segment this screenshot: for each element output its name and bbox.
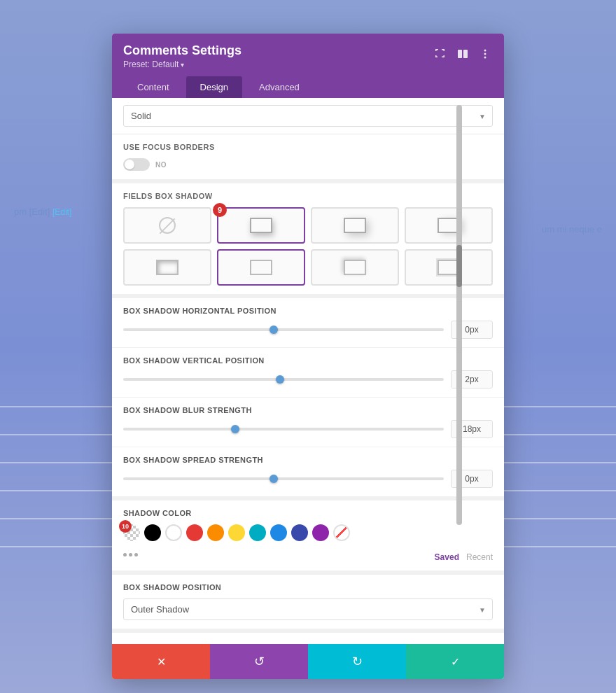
color-swatch-white[interactable]	[165, 524, 182, 541]
blur-strength-thumb[interactable]	[231, 425, 239, 433]
focus-borders-toggle[interactable]	[123, 158, 150, 171]
scrollbar-track	[456, 105, 462, 525]
modal-footer: ✕ ↺ ↻ ✓	[112, 644, 504, 679]
blur-strength-track[interactable]	[123, 428, 444, 430]
vertical-position-track[interactable]	[123, 378, 444, 381]
fields-box-shadow-label: Fields Box Shadow	[123, 192, 493, 200]
border-style-row: Solid None Dashed Dotted	[112, 98, 504, 134]
tab-advanced[interactable]: Advanced	[245, 76, 314, 98]
shadow-badge-9: 9	[213, 203, 227, 217]
redo-button[interactable]: ↻	[308, 644, 406, 679]
focus-borders-toggle-row: NO	[123, 158, 493, 171]
color-tabs: Saved Recent	[435, 552, 493, 562]
shadow-preview-4	[156, 260, 178, 275]
save-button[interactable]: ✓	[406, 644, 504, 679]
split-view-icon[interactable]	[455, 46, 470, 62]
shadow-none-icon	[159, 217, 176, 234]
shadow-option-3[interactable]	[405, 207, 493, 244]
blur-strength-slider-row: 18px	[123, 420, 493, 438]
shadow-preview-1	[250, 218, 272, 233]
modal-overlay: Comments Settings Preset: Default ▾	[0, 0, 616, 693]
vertical-position-slider-row: 2px	[123, 370, 493, 388]
spread-strength-thumb[interactable]	[270, 475, 278, 483]
svg-point-4	[484, 57, 486, 59]
preset-dropdown-arrow: ▾	[181, 61, 184, 69]
color-swatch-yellow[interactable]	[228, 524, 245, 541]
blur-strength-label: Box Shadow Blur Strength	[123, 406, 493, 414]
modal-preset[interactable]: Preset: Default ▾	[123, 59, 241, 69]
modal-title-group: Comments Settings Preset: Default ▾	[123, 43, 241, 69]
modal-tabs: Content Design Advanced	[112, 76, 504, 98]
horizontal-position-thumb[interactable]	[270, 326, 278, 334]
box-shadow-position-wrapper: Outer Shadow Inner Shadow	[123, 598, 493, 620]
spread-strength-label: Box Shadow Spread Strength	[123, 456, 493, 464]
focus-borders-section: Use Focus Borders NO	[112, 134, 504, 183]
color-swatch-black[interactable]	[144, 524, 161, 541]
box-shadow-position-section: Box Shadow Position Outer Shadow Inner S…	[112, 575, 504, 633]
toggle-knob	[125, 160, 134, 169]
color-swatch-navy[interactable]	[291, 524, 308, 541]
shadow-option-2[interactable]	[311, 207, 399, 244]
modal-body: Solid None Dashed Dotted Use Focus Borde…	[112, 98, 504, 644]
horizontal-position-label: Box Shadow Horizontal Position	[123, 307, 493, 315]
horizontal-position-slider-row: 0px	[123, 321, 493, 339]
blur-strength-section: Box Shadow Blur Strength 18px	[112, 398, 504, 447]
modal-title: Comments Settings	[123, 43, 241, 58]
fields-box-shadow-section: Fields Box Shadow 9	[112, 183, 504, 298]
shadow-option-1[interactable]: 9	[217, 207, 305, 244]
box-shadow-position-select[interactable]: Outer Shadow Inner Shadow	[123, 598, 493, 620]
vertical-position-section: Box Shadow Vertical Position 2px	[112, 348, 504, 398]
color-badge-10: 10	[119, 520, 132, 533]
cancel-button[interactable]: ✕	[112, 644, 210, 679]
more-options-icon[interactable]	[477, 46, 493, 62]
color-swatch-purple[interactable]	[312, 524, 329, 541]
shadow-option-none[interactable]	[123, 207, 211, 244]
svg-point-3	[484, 53, 486, 55]
spread-strength-slider-row: 0px	[123, 470, 493, 488]
shadow-option-6[interactable]	[311, 249, 399, 286]
modal-header: Comments Settings Preset: Default ▾	[112, 34, 504, 76]
color-tab-saved[interactable]: Saved	[435, 552, 459, 562]
color-swatch-orange[interactable]	[207, 524, 224, 541]
border-style-select[interactable]: Solid None Dashed Dotted	[123, 105, 493, 127]
vertical-position-label: Box Shadow Vertical Position	[123, 356, 493, 365]
spread-strength-section: Box Shadow Spread Strength 0px	[112, 447, 504, 500]
color-palette: 10	[123, 524, 493, 541]
shadow-option-7[interactable]	[405, 249, 493, 286]
color-tab-recent[interactable]: Recent	[466, 552, 493, 562]
fullscreen-icon[interactable]	[433, 46, 448, 62]
shadow-option-5[interactable]	[217, 249, 305, 286]
comments-settings-modal: Comments Settings Preset: Default ▾	[112, 34, 504, 679]
horizontal-position-track[interactable]	[123, 328, 444, 331]
dot-1	[123, 553, 127, 556]
shadow-color-label: Shadow Color	[123, 509, 493, 517]
horizontal-position-section: Box Shadow Horizontal Position 0px	[112, 298, 504, 348]
svg-rect-0	[458, 50, 462, 58]
color-more-dots[interactable]	[123, 553, 138, 556]
color-swatch-teal[interactable]	[249, 524, 266, 541]
shadow-color-section: Shadow Color 10	[112, 500, 504, 575]
svg-point-2	[484, 50, 486, 52]
spread-strength-track[interactable]	[123, 477, 444, 480]
modal-header-actions	[433, 46, 493, 62]
color-swatch-eraser[interactable]	[333, 524, 350, 541]
toggle-state-label: NO	[155, 161, 167, 169]
border-style-wrapper: Solid None Dashed Dotted	[123, 105, 493, 127]
scrollbar-thumb[interactable]	[456, 245, 462, 287]
shadow-grid: 9	[123, 207, 493, 286]
tab-content[interactable]: Content	[123, 76, 183, 98]
dot-2	[129, 553, 132, 556]
shadow-option-4[interactable]	[123, 249, 211, 286]
svg-rect-1	[463, 50, 468, 58]
color-checkerboard-wrapper: 10	[123, 524, 140, 541]
shadow-preview-2	[344, 218, 366, 233]
vertical-position-thumb[interactable]	[276, 375, 284, 384]
color-swatch-blue[interactable]	[270, 524, 287, 541]
image-accordion-section: Image ▾	[112, 633, 504, 644]
shadow-preview-6	[344, 260, 366, 275]
shadow-preview-5	[250, 260, 272, 275]
focus-borders-label: Use Focus Borders	[123, 143, 493, 151]
color-swatch-red[interactable]	[186, 524, 203, 541]
undo-button[interactable]: ↺	[210, 644, 308, 679]
tab-design[interactable]: Design	[186, 76, 242, 98]
